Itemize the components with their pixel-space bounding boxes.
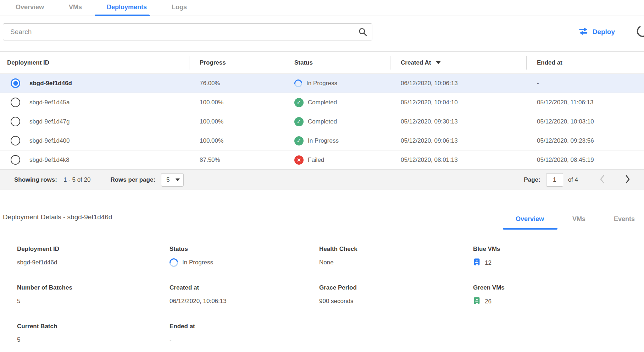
main-tab-bar: Overview VMs Deployments Logs (0, 0, 644, 16)
ended-at-cell: 05/12/2020, 10:03:10 (526, 118, 644, 125)
field-value-text: - (170, 336, 172, 343)
deployment-id-cell: sbgd-9ef1d400 (29, 137, 70, 144)
field-value: 5 (17, 297, 170, 306)
vm-blue-icon (473, 258, 481, 268)
field-value: - (170, 335, 319, 345)
status-label: In Progress (306, 80, 337, 87)
status-check-icon: ✓ (294, 98, 304, 107)
tab-logs[interactable]: Logs (170, 4, 188, 16)
row-radio[interactable] (11, 98, 20, 107)
deploy-button[interactable]: Deploy (578, 27, 615, 37)
tab-deployments[interactable]: Deployments (105, 4, 148, 16)
column-header-status[interactable]: Status (284, 52, 390, 73)
status-cell: × Failed (284, 155, 390, 165)
field-value: In Progress (170, 258, 319, 267)
field-value: 5 (17, 335, 170, 345)
field-grace-period: Grace Period 900 seconds (319, 284, 473, 307)
field-value-text: 06/12/2020, 10:06:13 (170, 298, 227, 305)
status-cell: In Progress (284, 79, 390, 87)
table-row[interactable]: sbgd-9ef1d47g 100.00% ✓ Completed 05/12/… (0, 112, 644, 131)
field-label: Blue VMs (473, 246, 644, 253)
status-check-icon: ✓ (294, 136, 304, 145)
table-row[interactable]: sbgd-9ef1d4k8 87.50% × Failed 05/12/2020… (0, 150, 644, 169)
field-label: Status (170, 246, 319, 253)
details-tab-vms[interactable]: VMs (572, 215, 585, 229)
row-radio-selected[interactable] (11, 78, 20, 88)
deployment-id-cell: sbgd-9ef1d4k8 (29, 156, 69, 164)
row-radio[interactable] (11, 155, 20, 165)
row-radio[interactable] (11, 117, 20, 126)
field-value-text: 12 (485, 259, 492, 266)
deployment-details-header: Deployment Details - sbgd-9ef1d46d Overv… (0, 213, 644, 229)
created-at-cell: 05/12/2020, 09:30:13 (390, 118, 526, 125)
column-header-created-at-label: Created At (401, 59, 431, 66)
field-health-check: Health Check None (319, 246, 473, 268)
page-label: Page: (524, 176, 540, 183)
field-label: Created at (170, 284, 319, 291)
refresh-icon[interactable] (635, 24, 644, 40)
next-page-button[interactable] (623, 175, 632, 185)
ended-at-cell: 05/12/2020, 11:06:13 (526, 99, 644, 106)
field-green-vms: Green VMs 26 (473, 284, 644, 307)
field-created-at: Created at 06/12/2020, 10:06:13 (170, 284, 319, 307)
deployment-id-cell: sbgd-9ef1d45a (29, 99, 70, 106)
status-spinner-icon (293, 78, 304, 89)
deployment-details-grid: Deployment ID sbgd-9ef1d46d Status In Pr… (0, 229, 644, 345)
field-value: None (319, 258, 473, 267)
progress-cell: 100.00% (189, 118, 284, 125)
details-tab-events[interactable]: Events (614, 215, 635, 229)
status-check-icon: ✓ (294, 117, 304, 126)
status-cell: ✓ Completed (284, 98, 390, 107)
status-label: In Progress (308, 137, 339, 144)
ended-at-cell: - (526, 80, 644, 87)
field-label: Health Check (319, 246, 473, 253)
status-label: Completed (308, 118, 337, 125)
table-header-row: Deployment ID Progress Status Created At… (0, 51, 644, 73)
search-icon (358, 27, 367, 38)
page-number-input[interactable] (546, 173, 563, 187)
field-value: 12 (473, 258, 644, 268)
field-value-text: 5 (17, 336, 20, 343)
column-header-ended-at[interactable]: Ended at (526, 52, 644, 73)
field-value-text: 900 seconds (319, 298, 353, 305)
total-pages-label: of 4 (568, 176, 578, 183)
progress-cell: 100.00% (189, 99, 284, 106)
progress-cell: 76.00% (189, 80, 284, 87)
field-label: Grace Period (319, 284, 473, 291)
status-label: Failed (308, 156, 324, 164)
created-at-cell: 05/12/2020, 08:01:13 (390, 156, 526, 164)
field-label: Current Batch (17, 323, 170, 330)
table-row[interactable]: sbgd-9ef1d45a 100.00% ✓ Completed 05/12/… (0, 93, 644, 112)
status-cell: ✓ In Progress (284, 136, 390, 145)
status-cell: ✓ Completed (284, 117, 390, 126)
row-radio[interactable] (11, 136, 20, 145)
tab-overview[interactable]: Overview (14, 4, 45, 16)
column-header-created-at[interactable]: Created At (390, 52, 526, 73)
column-header-deployment-id[interactable]: Deployment ID (0, 52, 189, 73)
status-spinner-icon (168, 257, 179, 268)
search-input[interactable] (3, 23, 372, 40)
column-header-progress[interactable]: Progress (189, 52, 284, 73)
field-label: Green VMs (473, 284, 644, 291)
previous-page-button[interactable] (598, 175, 606, 185)
field-label: Number of Batches (17, 284, 170, 291)
deployment-id-cell: sbgd-9ef1d47g (29, 118, 70, 125)
status-label: Completed (308, 99, 337, 106)
field-status: Status In Progress (170, 246, 319, 268)
rows-per-page-select[interactable]: 5 (161, 173, 184, 187)
details-tab-overview[interactable]: Overview (516, 215, 544, 229)
deployment-id-cell: sbgd-9ef1d46d (29, 80, 72, 87)
ended-at-cell: 05/12/2020, 08:45:19 (526, 156, 644, 164)
table-row[interactable]: sbgd-9ef1d46d 76.00% In Progress 06/12/2… (0, 73, 644, 93)
toolbar: Deploy (0, 23, 644, 40)
status-error-icon: × (294, 155, 304, 165)
rows-per-page-value: 5 (166, 176, 170, 183)
table-row[interactable]: sbgd-9ef1d400 100.00% ✓ In Progress 05/1… (0, 131, 644, 150)
deploy-button-label: Deploy (593, 28, 615, 36)
vm-green-icon (473, 297, 481, 307)
tab-vms[interactable]: VMs (67, 4, 83, 16)
field-value-text: In Progress (182, 259, 213, 266)
field-value-text: sbgd-9ef1d46d (17, 259, 57, 266)
ended-at-cell: 05/12/2020, 09:23:56 (526, 137, 644, 144)
field-value: 26 (473, 297, 644, 307)
